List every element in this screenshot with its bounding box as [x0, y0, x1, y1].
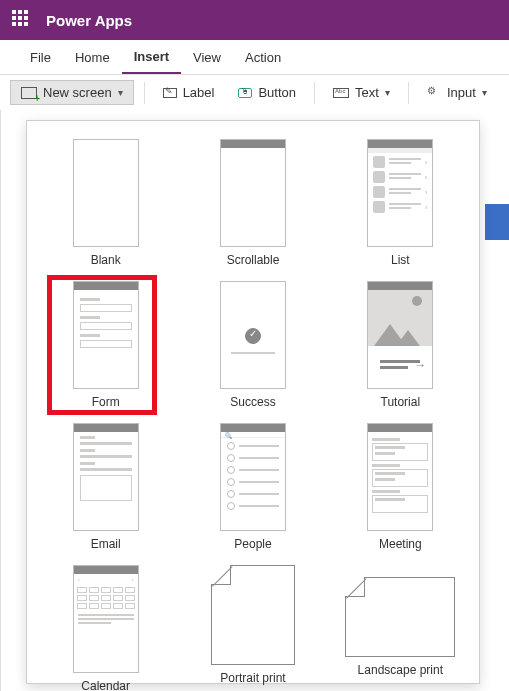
label-scrollable: Scrollable — [227, 253, 280, 267]
label-form: Form — [92, 395, 120, 409]
template-portrait-print[interactable]: Portrait print — [184, 565, 321, 691]
label-icon — [163, 88, 177, 98]
menu-file[interactable]: File — [18, 42, 63, 73]
menu-view[interactable]: View — [181, 42, 233, 73]
menu-action[interactable]: Action — [233, 42, 293, 73]
button-button[interactable]: Button — [230, 81, 304, 104]
template-email[interactable]: Email — [37, 423, 174, 551]
waffle-icon[interactable] — [12, 10, 32, 30]
thumb-tutorial: → — [367, 281, 433, 389]
new-screen-button[interactable]: New screen ▾ — [10, 80, 134, 105]
app-title: Power Apps — [46, 12, 132, 29]
menu-home[interactable]: Home — [63, 42, 122, 73]
menu-bar: File Home Insert View Action — [0, 40, 509, 74]
template-tutorial[interactable]: → Tutorial — [332, 281, 469, 409]
template-landscape-print[interactable]: Landscape print — [332, 565, 469, 691]
text-dropdown[interactable]: Text ▾ — [325, 81, 398, 104]
label-blank: Blank — [91, 253, 121, 267]
thumb-blank — [73, 139, 139, 247]
template-blank[interactable]: Blank — [37, 139, 174, 267]
label-people: People — [234, 537, 271, 551]
chevron-down-icon: ▾ — [482, 87, 487, 98]
template-meeting[interactable]: Meeting — [332, 423, 469, 551]
thumb-calendar: ‹› — [73, 565, 139, 673]
arrow-right-icon: → — [414, 358, 426, 372]
toolbar: New screen ▾ Label Button Text ▾ Input ▾ — [0, 74, 509, 110]
input-label: Input — [447, 85, 476, 100]
label-success: Success — [230, 395, 275, 409]
template-list[interactable]: › › › › List — [332, 139, 469, 267]
thumb-portrait-print — [211, 565, 295, 665]
menu-insert[interactable]: Insert — [122, 41, 181, 74]
thumb-landscape-print — [345, 577, 455, 657]
template-calendar[interactable]: ‹› Calendar — [37, 565, 174, 691]
template-scrollable[interactable]: Scrollable — [184, 139, 321, 267]
thumb-success — [220, 281, 286, 389]
button-text: Button — [258, 85, 296, 100]
input-icon — [427, 88, 441, 98]
new-screen-dropdown: Blank Scrollable › › › › List — [26, 120, 480, 684]
title-bar: Power Apps — [0, 0, 509, 40]
selected-row-indicator — [485, 204, 509, 240]
screen-icon — [21, 87, 37, 99]
thumb-people: 🔍 — [220, 423, 286, 531]
label-landscape-print: Landscape print — [358, 663, 443, 677]
button-icon — [238, 88, 252, 98]
separator — [408, 82, 409, 104]
label-list: List — [391, 253, 410, 267]
label-text: Label — [183, 85, 215, 100]
label-tutorial: Tutorial — [381, 395, 421, 409]
input-dropdown[interactable]: Input ▾ — [419, 81, 495, 104]
label-meeting: Meeting — [379, 537, 422, 551]
chevron-down-icon: ▾ — [385, 87, 390, 98]
template-form[interactable]: Form — [37, 281, 174, 409]
label-portrait-print: Portrait print — [220, 671, 285, 685]
thumb-form — [73, 281, 139, 389]
separator — [314, 82, 315, 104]
template-people[interactable]: 🔍 People — [184, 423, 321, 551]
label-email: Email — [91, 537, 121, 551]
separator — [144, 82, 145, 104]
template-success[interactable]: Success — [184, 281, 321, 409]
chevron-down-icon: ▾ — [118, 87, 123, 98]
label-calendar: Calendar — [81, 679, 130, 691]
check-icon — [245, 328, 261, 344]
thumb-list: › › › › — [367, 139, 433, 247]
text-label: Text — [355, 85, 379, 100]
thumb-scrollable — [220, 139, 286, 247]
text-icon — [333, 88, 349, 98]
thumb-email — [73, 423, 139, 531]
new-screen-label: New screen — [43, 85, 112, 100]
label-button[interactable]: Label — [155, 81, 223, 104]
thumb-meeting — [367, 423, 433, 531]
